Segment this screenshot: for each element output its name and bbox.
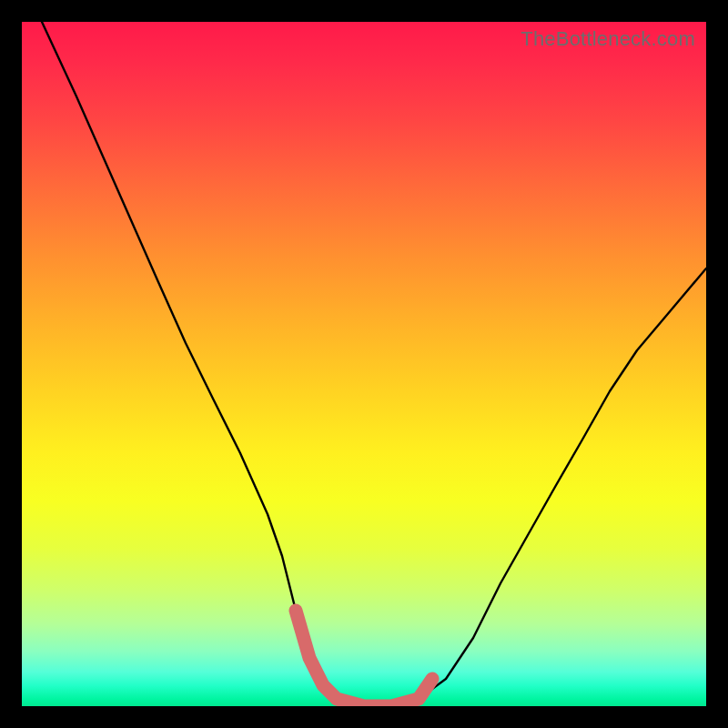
highlight-band xyxy=(296,611,432,706)
chart-frame: TheBottleneck.com xyxy=(0,0,728,728)
bottleneck-curve xyxy=(42,22,706,706)
curve-overlay xyxy=(22,22,706,706)
plot-area: TheBottleneck.com xyxy=(22,22,706,706)
watermark-text: TheBottleneck.com xyxy=(521,27,695,51)
